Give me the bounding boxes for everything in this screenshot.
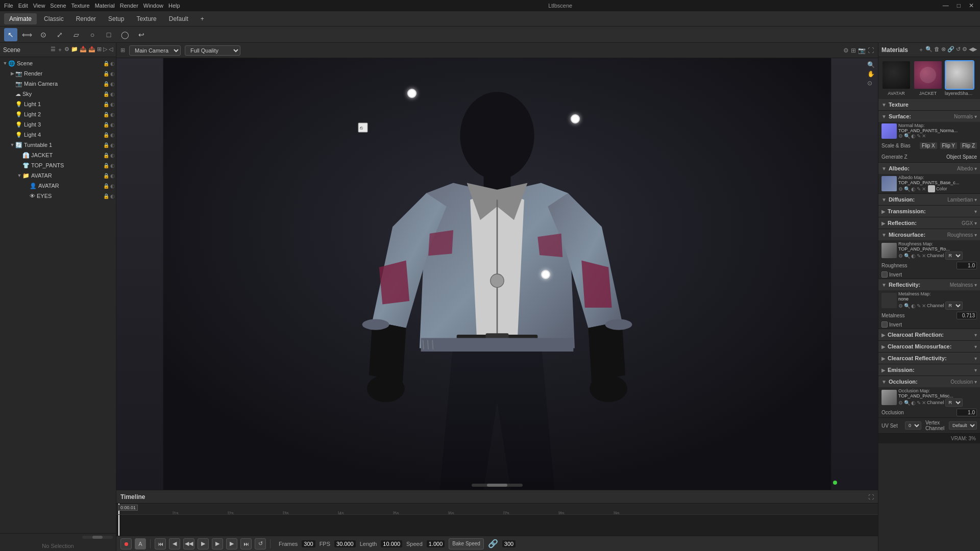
menu-scene[interactable]: Scene bbox=[50, 3, 66, 9]
expand-render[interactable]: ▶ bbox=[9, 70, 15, 77]
mm-delete-icon[interactable]: ✕ bbox=[922, 303, 926, 309]
nm-half-icon[interactable]: ◐ bbox=[911, 133, 916, 139]
vp-layout-icon[interactable]: ⊞ bbox=[851, 47, 856, 54]
select-tool[interactable]: ↖ bbox=[4, 28, 17, 41]
tc-fps-value[interactable]: 30.000 bbox=[334, 540, 356, 547]
tc-speed-value[interactable]: 1.000 bbox=[427, 540, 445, 547]
am-search-icon[interactable]: 🔍 bbox=[904, 186, 910, 192]
surface-flipy[interactable]: Flip Y bbox=[940, 142, 957, 149]
tc-frames-value[interactable]: 300 bbox=[302, 540, 315, 547]
tree-item-avatar-group[interactable]: ▼ 📁 AVATAR 🔒 ◐ bbox=[0, 170, 116, 181]
mat-refresh-icon[interactable]: ↺ bbox=[956, 46, 961, 54]
tree-item-light1[interactable]: 💡 Light 1 🔒 ◐ bbox=[0, 99, 116, 109]
menu-help[interactable]: Help bbox=[168, 3, 180, 9]
tree-item-sky[interactable]: ☁ Sky 🔒 ◐ bbox=[0, 89, 116, 99]
mat-item-jacket[interactable]: JACKET bbox=[913, 60, 943, 96]
vp-zoom-icon[interactable]: 🔍 bbox=[867, 61, 875, 68]
rm-settings-icon[interactable]: ⚙ bbox=[898, 253, 903, 259]
menu-window[interactable]: Window bbox=[143, 3, 163, 9]
occlusion-value[interactable]: Occlusion ▾ bbox=[950, 379, 977, 385]
viewport-canvas[interactable]: ⎋ 🔍 ✋ ⊙ bbox=[116, 58, 878, 490]
close-btn[interactable]: ✕ bbox=[967, 2, 976, 9]
tab-texture[interactable]: Texture bbox=[131, 13, 161, 24]
roughness-input[interactable] bbox=[957, 262, 977, 269]
metalness-invert-checkbox[interactable] bbox=[881, 321, 888, 328]
mat-delete2-icon[interactable]: ⊗ bbox=[941, 46, 946, 54]
mat-link-icon[interactable]: 🔗 bbox=[947, 46, 954, 54]
circle-tool[interactable]: ○ bbox=[86, 28, 99, 41]
om-delete-icon[interactable]: ✕ bbox=[922, 400, 926, 406]
tc-length-value[interactable]: 10.000 bbox=[381, 540, 402, 547]
ellipse-tool[interactable]: ◯ bbox=[118, 28, 132, 41]
tc-loop[interactable]: ↺ bbox=[255, 538, 266, 549]
tc-to-start[interactable]: ⏮ bbox=[155, 538, 166, 549]
menu-view[interactable]: View bbox=[33, 3, 45, 9]
occlusion-input[interactable] bbox=[957, 409, 977, 416]
vis-icon[interactable]: ◐ bbox=[110, 61, 115, 66]
tc-play-fwd[interactable]: ▶ bbox=[212, 538, 223, 549]
mat-settings-icon[interactable]: ⚙ bbox=[962, 46, 967, 54]
surface-flipz[interactable]: Flip Z bbox=[960, 142, 977, 149]
rm-delete-icon[interactable]: ✕ bbox=[922, 253, 926, 259]
viewport-scrollbar[interactable] bbox=[472, 484, 523, 487]
tc-to-end[interactable]: ⏭ bbox=[240, 538, 252, 549]
roughness-channel-select[interactable]: RGBA bbox=[945, 252, 963, 260]
emission-value[interactable]: ▾ bbox=[974, 367, 977, 373]
lock-icon[interactable]: 🔒 bbox=[103, 61, 109, 66]
emission-header[interactable]: ▶ Emission: ▾ bbox=[878, 364, 980, 375]
albedo-color-swatch[interactable] bbox=[928, 185, 935, 192]
mat-delete-icon[interactable]: 🗑 bbox=[934, 46, 940, 54]
om-half-icon[interactable]: ◐ bbox=[911, 400, 916, 406]
tree-item-avatar[interactable]: 👤 AVATAR 🔒 ◐ bbox=[0, 181, 116, 191]
scene-expand-icon[interactable]: ▷ bbox=[103, 46, 107, 54]
tc-record[interactable]: ⏺ bbox=[120, 538, 132, 549]
light-handle-right[interactable] bbox=[571, 114, 580, 123]
menu-render[interactable]: Render bbox=[120, 3, 138, 9]
scene-folder-icon[interactable]: 📁 bbox=[71, 46, 78, 54]
tab-default[interactable]: Default bbox=[164, 13, 193, 24]
tc-link-icon[interactable]: 🔗 bbox=[488, 539, 498, 548]
tc-play-back[interactable]: ◀◀ bbox=[183, 538, 194, 549]
scene-add-icon[interactable]: ＋ bbox=[57, 46, 63, 54]
rm-search-icon[interactable]: 🔍 bbox=[904, 253, 910, 259]
occlusion-header[interactable]: ▼ Occlusion: Occlusion ▾ bbox=[878, 376, 980, 387]
surface-section-header[interactable]: ▼ Surface: Normals ▾ bbox=[878, 111, 980, 122]
scene-export-icon[interactable]: 📤 bbox=[88, 46, 95, 54]
mm-settings-icon[interactable]: ⚙ bbox=[898, 303, 903, 309]
tree-item-light4[interactable]: 💡 Light 4 🔒 ◐ bbox=[0, 130, 116, 140]
scene-settings-icon[interactable]: ⊞ bbox=[97, 46, 102, 54]
menu-material[interactable]: Material bbox=[95, 3, 115, 9]
mat-swatch-avatar[interactable] bbox=[881, 60, 911, 90]
tab-classic[interactable]: Classic bbox=[39, 13, 69, 24]
surface-value[interactable]: Normals ▾ bbox=[954, 114, 977, 119]
expand-sky[interactable] bbox=[9, 91, 15, 97]
reflection-value[interactable]: GGX ▾ bbox=[962, 220, 977, 226]
clearcoat-r-value[interactable]: ▾ bbox=[974, 332, 977, 338]
menu-texture[interactable]: Texture bbox=[71, 3, 90, 9]
tree-item-eyes[interactable]: 👁 EYES 🔒 ◐ bbox=[0, 191, 116, 201]
nm-edit-icon[interactable]: ✎ bbox=[917, 133, 921, 139]
mm-half-icon[interactable]: ◐ bbox=[911, 303, 916, 309]
vp-icon-grid[interactable]: ⊞ bbox=[120, 47, 125, 54]
tree-item-scene[interactable]: ▼ 🌐 Scene 🔒 ◐ bbox=[0, 58, 116, 68]
scale-tool[interactable]: ⤢ bbox=[53, 28, 66, 41]
reflection-section-header[interactable]: ▶ Reflection: GGX ▾ bbox=[878, 217, 980, 229]
timeline-expand-icon[interactable]: ⛶ bbox=[868, 494, 874, 500]
metalness-channel-select[interactable]: RGBA bbox=[945, 302, 963, 310]
light-handle-top[interactable] bbox=[407, 89, 416, 98]
tree-item-light3[interactable]: 💡 Light 3 🔒 ◐ bbox=[0, 119, 116, 130]
texture-section-header[interactable]: ▼ Texture bbox=[878, 99, 980, 110]
clearcoat-micro-header[interactable]: ▶ Clearcoat Microsurface: ▾ bbox=[878, 341, 980, 352]
light-handle-mid[interactable] bbox=[541, 270, 550, 279]
am-delete-icon[interactable]: ✕ bbox=[922, 186, 926, 192]
tab-render[interactable]: Render bbox=[71, 13, 101, 24]
menu-edit[interactable]: Edit bbox=[18, 3, 28, 9]
rm-edit-icon[interactable]: ✎ bbox=[917, 253, 921, 259]
surface-flipx[interactable]: Flip X bbox=[920, 142, 937, 149]
reflectivity-section-header[interactable]: ▼ Reflectivity: Metalness ▾ bbox=[878, 279, 980, 290]
mat-expand-icon[interactable]: ◀▶ bbox=[969, 46, 977, 54]
nm-search-icon[interactable]: 🔍 bbox=[904, 133, 910, 139]
tc-autokey[interactable]: A bbox=[135, 538, 146, 549]
am-settings-icon[interactable]: ⚙ bbox=[898, 186, 903, 192]
clearcoat-reflection-header[interactable]: ▶ Clearcoat Reflection: ▾ bbox=[878, 329, 980, 340]
